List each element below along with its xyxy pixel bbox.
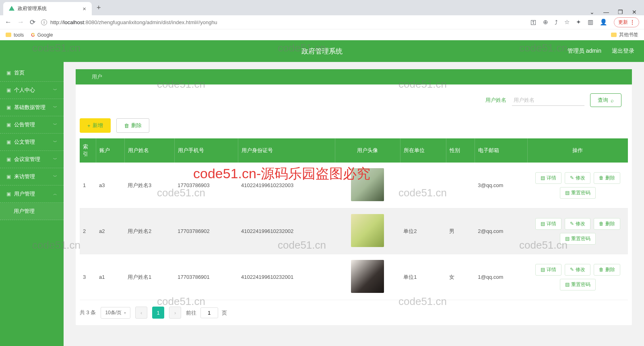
current-user[interactable]: 管理员 admin [568, 47, 601, 55]
url-scheme: http:// [50, 19, 64, 25]
sidebar-item-announce[interactable]: ▣公告管理﹀ [0, 116, 64, 134]
close-window-icon[interactable]: ✕ [632, 9, 637, 15]
caret-down-icon[interactable]: ⌄ [590, 9, 594, 15]
url-host: localhost [64, 19, 84, 25]
edit-button[interactable]: ✎修改 [565, 264, 590, 276]
cell-gender [446, 163, 475, 208]
query-button[interactable]: 查询⌕ [590, 93, 621, 107]
chevron-down-icon: ﹀ [53, 105, 57, 110]
cell-avatar [335, 163, 400, 208]
page-number-button[interactable]: 1 [152, 307, 164, 319]
col-account: 账户 [96, 138, 124, 163]
cell-name: 用户姓名3 [124, 163, 174, 208]
profile-icon[interactable]: 👤 [600, 19, 607, 26]
next-page-button[interactable]: › [169, 307, 181, 319]
search-icon: ⌕ [611, 97, 614, 103]
page-size-select[interactable]: 10条/页▾ [101, 307, 130, 319]
url-path: :8080/zhengfuguanlixitong/admin/dist/ind… [84, 19, 217, 25]
cell-account: a1 [96, 254, 124, 300]
maximize-icon[interactable]: ❐ [618, 9, 623, 15]
edit-button[interactable]: ✎修改 [565, 218, 590, 230]
zoom-icon[interactable]: ⊕ [543, 19, 548, 26]
cell-account: a3 [96, 163, 124, 208]
edit-button[interactable]: ✎修改 [565, 172, 590, 184]
site-info-icon[interactable]: i [41, 19, 47, 25]
browser-tab[interactable]: 政府管理系统 × [3, 2, 92, 15]
chevron-down-icon: ﹀ [53, 174, 57, 179]
avatar [351, 168, 384, 201]
cell-phone: 17703786903 [174, 163, 238, 208]
reset-pwd-button[interactable]: ▤重置密码 [560, 187, 596, 199]
reset-pwd-button[interactable]: ▤重置密码 [560, 279, 596, 290]
detail-icon: ▤ [541, 175, 545, 181]
breadcrumb: 用户 [76, 69, 632, 84]
delete-button[interactable]: 🗑删除 [116, 118, 149, 133]
row-delete-button[interactable]: 🗑删除 [594, 172, 620, 184]
cell-phone: 17703786902 [174, 208, 238, 254]
logout-link[interactable]: 退出登录 [612, 47, 634, 55]
chevron-up-icon: ︿ [53, 191, 57, 197]
data-icon: ▣ [6, 105, 11, 110]
tab-title: 政府管理系统 [18, 5, 47, 12]
prev-page-button[interactable]: ‹ [135, 307, 147, 319]
col-name: 用户姓名 [124, 138, 174, 163]
sidebar-item-basedata[interactable]: ▣基础数据管理﹀ [0, 99, 64, 116]
cell-email: 1@qq.com [475, 254, 527, 300]
user-icon: ▣ [6, 87, 11, 93]
bookmark-google[interactable]: GGoogle [31, 32, 53, 38]
new-tab-button[interactable]: + [92, 0, 106, 15]
row-delete-button[interactable]: 🗑删除 [594, 218, 620, 230]
sidebar-item-visit[interactable]: ▣来访管理﹀ [0, 168, 64, 185]
row-delete-button[interactable]: 🗑删除 [594, 264, 620, 276]
trash-icon: 🗑 [599, 175, 604, 181]
sidebar: ▣首页 ▣个人中心﹀ ▣基础数据管理﹀ ▣公告管理﹀ ▣公文管理﹀ ▣会议室管理… [0, 62, 64, 346]
app-header: 政府管理系统 管理员 admin 退出登录 [0, 40, 644, 62]
folder-icon [6, 33, 11, 37]
goto-input[interactable] [200, 307, 218, 318]
bookmarks-bar: tools GGoogle 其他书签 [0, 29, 644, 40]
cell-avatar [335, 254, 400, 300]
col-gender: 性别 [446, 138, 475, 163]
update-button[interactable]: 更新⋮ [614, 17, 639, 27]
url-field[interactable]: i http://localhost:8080/zhengfuguanlixit… [41, 19, 525, 25]
cell-name: 用户姓名1 [124, 254, 174, 300]
add-button[interactable]: +新增 [80, 118, 111, 133]
cell-idcard: 410224199610232003 [238, 163, 335, 208]
cell-idcard: 410224199610232002 [238, 208, 335, 254]
share-icon[interactable]: ⤴ [555, 19, 558, 26]
star-icon[interactable]: ☆ [564, 19, 570, 26]
reload-icon[interactable]: ⟳ [30, 18, 35, 27]
sidebar-item-home[interactable]: ▣首页 [0, 64, 64, 82]
back-icon[interactable]: ← [5, 18, 12, 26]
table-row: 3a1用户姓名117703786901410224199610232001单位1… [80, 254, 628, 300]
sidebar-item-personal[interactable]: ▣个人中心﹀ [0, 82, 64, 99]
search-input[interactable] [512, 95, 584, 106]
cell-unit: 单位1 [400, 254, 446, 300]
sidebar-subitem-users[interactable]: 用户管理 [0, 203, 64, 220]
bookmark-other[interactable]: 其他书签 [611, 31, 638, 38]
cell-ops: ▤详情✎修改🗑删除▤重置密码 [527, 254, 628, 300]
detail-button[interactable]: ▤详情 [535, 172, 561, 184]
minimize-icon[interactable]: — [603, 9, 609, 15]
panel-icon[interactable]: ▥ [588, 19, 593, 26]
cell-name: 用户姓名2 [124, 208, 174, 254]
cell-gender: 女 [446, 254, 475, 300]
bookmark-tools[interactable]: tools [6, 32, 24, 38]
sidebar-item-document[interactable]: ▣公文管理﹀ [0, 134, 64, 151]
sidebar-item-meeting[interactable]: ▣会议室管理﹀ [0, 151, 64, 168]
extensions-icon[interactable]: ✦ [576, 19, 581, 26]
sidebar-item-usermgmt[interactable]: ▣用户管理︿ [0, 185, 64, 203]
key-icon[interactable]: ⚿ [530, 19, 537, 26]
users-table: 索引 账户 用户姓名 用户手机号 用户身份证号 用户头像 所在单位 性别 电子邮… [80, 138, 628, 300]
tab-strip: 政府管理系统 × + ⌄ — ❐ ✕ [0, 0, 644, 15]
cell-avatar [335, 208, 400, 254]
forward-icon[interactable]: → [17, 18, 24, 26]
detail-button[interactable]: ▤详情 [535, 218, 561, 230]
trash-icon: 🗑 [124, 123, 129, 129]
reset-pwd-button[interactable]: ▤重置密码 [560, 233, 596, 245]
close-icon[interactable]: × [83, 5, 86, 12]
window-controls: ⌄ — ❐ ✕ [582, 9, 644, 15]
detail-button[interactable]: ▤详情 [535, 264, 561, 276]
edit-icon: ✎ [570, 267, 574, 272]
announce-icon: ▣ [6, 122, 11, 128]
